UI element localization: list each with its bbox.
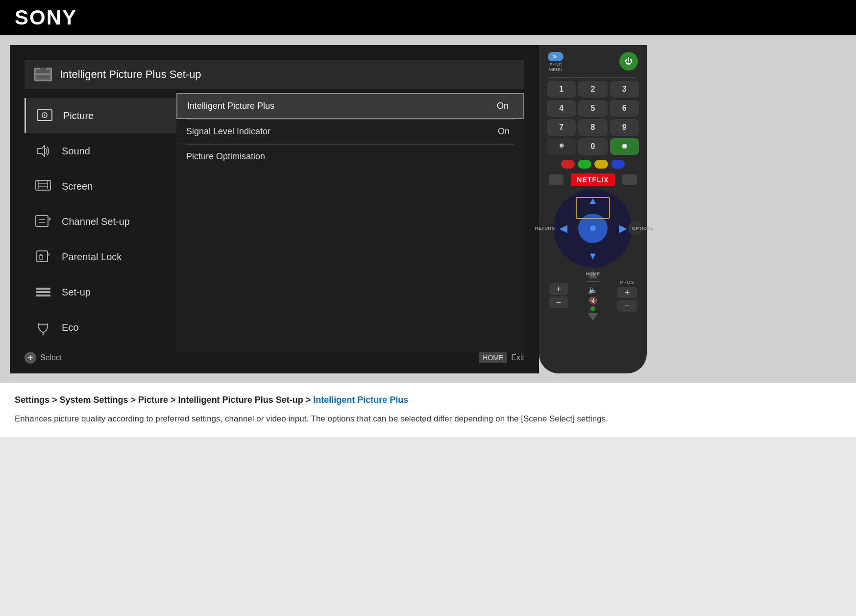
select-button[interactable]: + Select	[24, 352, 62, 364]
header: SONY	[0, 0, 856, 35]
prog-label: PROG	[620, 280, 635, 285]
speaker-icon: 🔈	[588, 285, 598, 295]
breadcrumb-highlight: Intelligent Picture Plus	[313, 395, 408, 405]
dpad-center-button[interactable]	[578, 214, 608, 243]
svg-rect-12	[36, 216, 48, 226]
home-badge[interactable]: HOME	[479, 352, 507, 363]
setting-value-intelligent-picture-plus: On	[497, 101, 514, 111]
prog-group: PROG + −	[617, 280, 637, 312]
vol-plus-button[interactable]: +	[549, 283, 568, 295]
red-button[interactable]	[561, 160, 575, 169]
sync-menu-area: ⟳ SYNCMENU	[548, 52, 563, 72]
num-btn-0[interactable]: 0	[578, 138, 607, 155]
prog-plus-button[interactable]: +	[617, 287, 637, 298]
num-btn-3[interactable]: 3	[610, 81, 639, 98]
netflix-right-button[interactable]	[622, 174, 637, 185]
nav-item-parental-lock[interactable]: Parental Lock	[24, 239, 176, 274]
exit-label[interactable]: Exit	[511, 353, 524, 362]
sync-icon: ⟳	[553, 53, 557, 60]
nav-item-eco-label: Eco	[62, 322, 78, 333]
num-btn-5[interactable]: 5	[578, 100, 607, 117]
blue-button[interactable]	[611, 160, 625, 169]
description: Enhances picture quality according to pr…	[15, 412, 841, 425]
remote-top-buttons: ⟳ SYNCMENU ⏻	[544, 50, 642, 74]
nav-item-picture[interactable]: Picture	[24, 98, 176, 133]
yellow-button[interactable]	[594, 160, 608, 169]
nav-item-eco[interactable]: Eco	[24, 310, 176, 345]
num-btn-cross[interactable]: ⊕	[547, 138, 576, 155]
num-btn-4[interactable]: 4	[547, 100, 576, 117]
content-panel: Intelligent Picture Plus On Signal Level…	[176, 93, 524, 353]
num-btn-8[interactable]: 8	[578, 119, 607, 136]
select-circle-icon: +	[24, 352, 36, 364]
prog-minus-button[interactable]: −	[617, 300, 637, 312]
setting-label-signal-level: Signal Level Indicator	[186, 126, 498, 137]
channel-down-button[interactable]	[588, 313, 598, 321]
tv-panel: Intelligent Picture Plus Set-up Picture	[10, 45, 539, 373]
setting-row-picture-optimisation[interactable]: Picture Optimisation	[176, 145, 524, 169]
netflix-left-button[interactable]	[549, 174, 563, 185]
dpad-outer: ▲ ▼ ◀ ▶	[554, 189, 632, 268]
num-btn-record[interactable]: ⏺	[610, 138, 639, 155]
svg-rect-2	[36, 74, 50, 74]
vol-prog-area: + − 🔈 🔇 PROG + −	[544, 271, 642, 321]
nav-item-screen-label: Screen	[62, 181, 93, 192]
mute-icon[interactable]: 🔇	[589, 296, 597, 304]
dpad-area: ▲ ▼ ◀ ▶ RETURN OPTIONS HOME	[554, 189, 632, 268]
dpad-left[interactable]: ◀	[560, 222, 567, 234]
svg-rect-19	[36, 288, 50, 290]
remote-divider-top	[549, 77, 637, 78]
eco-icon	[34, 319, 52, 336]
num-btn-6[interactable]: 6	[610, 100, 639, 117]
netflix-row: NETFLIX	[544, 173, 642, 186]
home-exit-area: HOME Exit	[479, 352, 524, 363]
svg-rect-20	[36, 291, 50, 293]
dpad-right[interactable]: ▶	[619, 222, 626, 234]
num-btn-1[interactable]: 1	[547, 81, 576, 98]
nav-item-sound-label: Sound	[62, 146, 90, 157]
setup-icon	[34, 283, 52, 301]
remote-panel: ⟳ SYNCMENU ⏻ 1 2 3 4 5 6 7 8 9 ⊕ 0 ⏺	[539, 45, 647, 373]
return-label: RETURN	[535, 226, 555, 231]
nav-item-setup[interactable]: Set-up	[24, 274, 176, 310]
num-btn-2[interactable]: 2	[578, 81, 607, 98]
vol-minus-button[interactable]: −	[549, 296, 568, 308]
svg-rect-21	[36, 295, 50, 296]
green-button[interactable]	[578, 160, 591, 169]
nav-item-sound[interactable]: Sound	[24, 133, 176, 169]
svg-rect-16	[37, 251, 48, 262]
num-btn-7[interactable]: 7	[547, 119, 576, 136]
center-divider	[587, 281, 599, 282]
dpad-down[interactable]: ▼	[588, 250, 598, 262]
netflix-button[interactable]: NETFLIX	[571, 173, 614, 186]
nav-item-screen[interactable]: Screen	[24, 169, 176, 204]
screen-icon	[34, 177, 52, 195]
nav-item-channel-setup-label: Channel Set-up	[62, 216, 130, 227]
home-label: HOME	[586, 271, 600, 276]
setting-label-intelligent-picture-plus: Intelligent Picture Plus	[187, 101, 497, 111]
nav-item-channel-setup[interactable]: Channel Set-up	[24, 204, 176, 239]
nav-item-picture-label: Picture	[63, 110, 94, 122]
main-area: Intelligent Picture Plus Set-up Picture	[0, 35, 856, 383]
picture-icon	[36, 107, 53, 124]
num-btn-9[interactable]: 9	[610, 119, 639, 136]
svg-point-5	[44, 115, 46, 116]
parental-icon	[34, 248, 52, 266]
settings-briefcase-icon	[34, 68, 52, 81]
setting-row-signal-level[interactable]: Signal Level Indicator On	[176, 120, 524, 144]
svg-rect-17	[49, 253, 49, 256]
setting-row-intelligent-picture-plus[interactable]: Intelligent Picture Plus On	[176, 93, 524, 119]
dpad-up[interactable]: ▲	[588, 195, 598, 206]
sync-menu-label: SYNCMENU	[549, 62, 563, 72]
select-label: Select	[40, 353, 62, 362]
power-button[interactable]: ⏻	[619, 52, 638, 71]
svg-rect-1	[40, 68, 46, 71]
sound-icon	[34, 142, 52, 160]
menu-items: Picture Sound	[24, 93, 524, 353]
menu-title-bar: Intelligent Picture Plus Set-up	[24, 60, 524, 89]
vol-group: + −	[549, 283, 568, 308]
sync-menu-button[interactable]: ⟳	[548, 52, 563, 61]
svg-rect-18	[39, 255, 43, 259]
menu-title-text: Intelligent Picture Plus Set-up	[60, 68, 201, 81]
setting-value-signal-level: On	[498, 126, 514, 137]
